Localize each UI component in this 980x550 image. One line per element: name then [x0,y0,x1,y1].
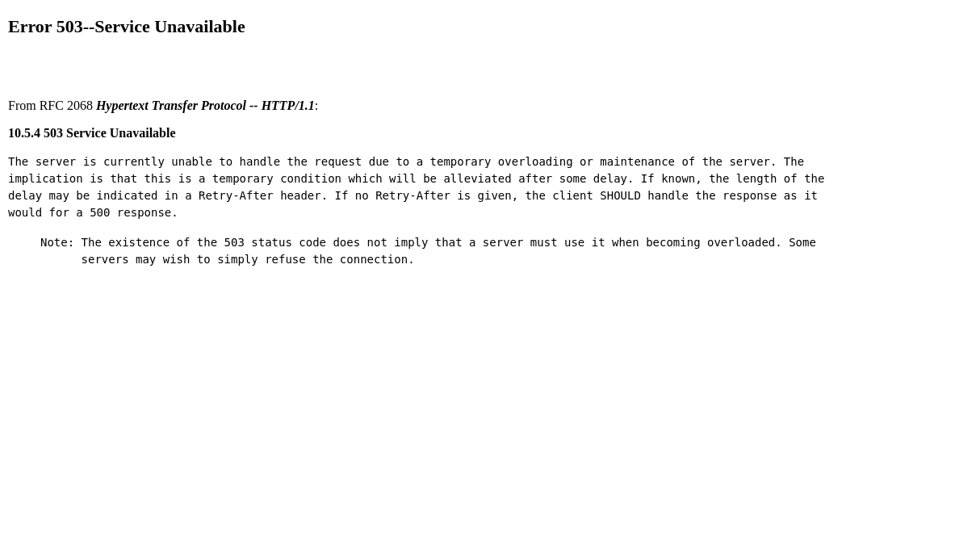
body-paragraph: The server is currently unable to handle… [8,153,972,221]
page-title: Error 503--Service Unavailable [8,16,972,37]
rfc-reference: From RFC 2068 Hypertext Transfer Protoco… [8,99,972,113]
rfc-ref-prefix: From RFC 2068 [8,99,96,112]
note-paragraph: Note: The existence of the 503 status co… [40,234,972,268]
section-heading: 10.5.4 503 Service Unavailable [8,126,972,141]
rfc-ref-suffix: : [315,99,318,112]
rfc-ref-link: Hypertext Transfer Protocol -- HTTP/1.1 [96,99,315,112]
